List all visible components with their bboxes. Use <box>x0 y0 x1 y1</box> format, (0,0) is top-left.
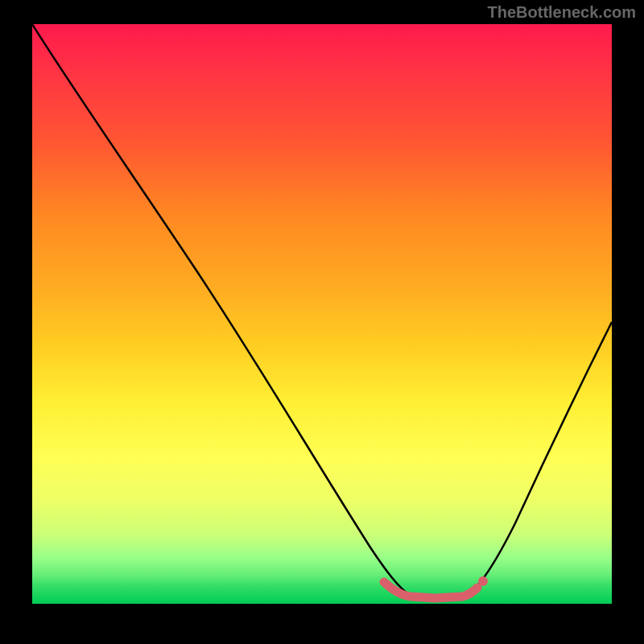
plot-area <box>32 24 612 604</box>
bottleneck-curve-path <box>32 24 612 597</box>
highlight-end-dot <box>478 576 488 586</box>
watermark-text: TheBottleneck.com <box>488 3 636 22</box>
curve-svg <box>32 24 612 604</box>
